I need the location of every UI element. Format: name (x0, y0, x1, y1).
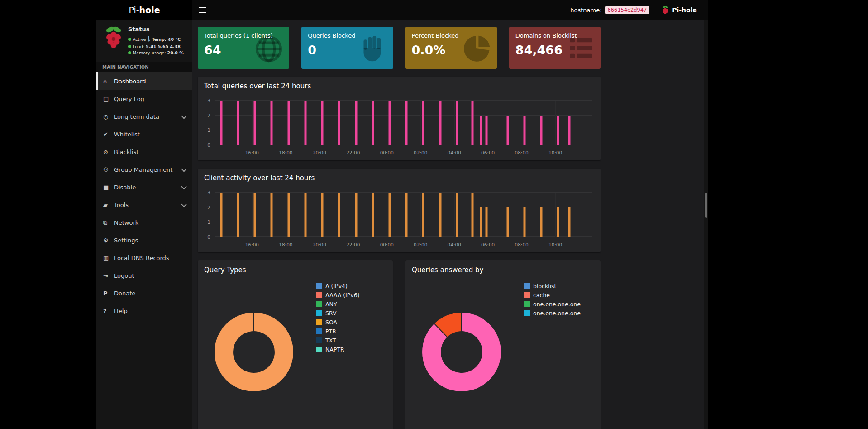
query-bar (388, 101, 391, 145)
gridline (555, 193, 556, 237)
legend-swatch (524, 292, 530, 298)
sidebar-item-whitelist[interactable]: ✔Whitelist (96, 125, 192, 143)
legend-item-a-ipv4[interactable]: A (IPv4) (316, 283, 360, 289)
card-title: Total queries (1 clients) (204, 32, 283, 39)
stat-card-percent-blocked[interactable]: Percent Blocked0.0% (405, 27, 497, 69)
status-title: Status (128, 26, 188, 33)
card-value: 0 (308, 43, 386, 57)
vertical-scrollbar[interactable] (704, 20, 708, 429)
square-icon: ■ (103, 184, 114, 191)
x-tick-label: 04:00 (448, 150, 461, 155)
hostname-badge: 666154e2d947 (605, 6, 650, 14)
gears-icon: ⚙ (103, 237, 114, 244)
query-bar (372, 101, 374, 145)
sidebar-item-query-log[interactable]: ▤Query Log (96, 90, 192, 108)
gridline (387, 193, 387, 237)
sidebar-toggle-button[interactable] (192, 0, 213, 20)
sidebar-item-long-term-data[interactable]: ◷Long term data (96, 108, 192, 125)
gridline (522, 101, 522, 145)
query-bar (388, 193, 391, 237)
sidebar-item-tools[interactable]: ▰Tools (96, 196, 192, 214)
raspberry-icon (661, 5, 669, 15)
sidebar-item-blacklist[interactable]: ⊘Blacklist (96, 143, 192, 161)
sidebar-item-group-management[interactable]: ⚇Group Management (96, 161, 192, 178)
client-activity-chart: 0123 16:0018:0020:0022:0000:0002:0004:00… (203, 190, 595, 248)
legend-item-aaaa-ipv6[interactable]: AAAA (IPv6) (316, 292, 360, 299)
sidebar-item-dashboard[interactable]: ⌂Dashboard (96, 72, 192, 90)
panel-query-types: Query Types A (IPv4)AAAA (IPv6)ANYSRVSOA… (198, 260, 393, 429)
gridline (454, 193, 455, 237)
legend-item-ptr[interactable]: PTR (316, 328, 360, 335)
x-tick-label: 22:00 (346, 150, 360, 155)
query-bar (422, 101, 424, 145)
query-bar (506, 116, 509, 145)
chevron-down-icon (181, 166, 187, 172)
gridline (420, 193, 421, 237)
sidebar: Status Active Temp: 40 °C Load: 5.41 5.6… (96, 20, 192, 429)
x-tick-label: 16:00 (245, 242, 259, 247)
scrollbar-thumb[interactable] (705, 193, 707, 218)
top-navbar: Pi-hole hostname: 666154e2d947 (96, 0, 708, 20)
x-tick-label: 18:00 (279, 242, 292, 247)
sidebar-item-label: Settings (114, 237, 138, 244)
y-tick-label: 2 (207, 205, 210, 210)
sidebar-item-logout[interactable]: ⇥Logout (96, 267, 192, 284)
brand-logo[interactable]: Pi-hole (96, 0, 192, 20)
pihole-admin-app: Pi-hole hostname: 666154e2d947 (96, 0, 708, 429)
gridline (387, 101, 387, 145)
sidebar-item-settings[interactable]: ⚙Settings (96, 231, 192, 249)
query-bar (506, 207, 509, 237)
screenshot-stage: Pi-hole hostname: 666154e2d947 (0, 0, 868, 429)
legend-item-one-one-one-one[interactable]: one.one.one.one (524, 301, 581, 308)
product-name: Pi-hole (672, 6, 697, 14)
query-bar (220, 193, 222, 237)
stat-card-domains-on-blocklist[interactable]: Domains on Blocklist84,466 (509, 27, 601, 69)
query-bar (321, 101, 324, 145)
query-bar (304, 193, 306, 237)
x-tick-label: 22:00 (346, 242, 360, 247)
card-value: 64 (204, 43, 283, 57)
summary-cards: Total queries (1 clients)64Queries Block… (198, 27, 601, 69)
panel-answered-by: Queries answered by blocklistcacheone.on… (405, 260, 601, 429)
total-queries-chart: 0123 16:0018:0020:0022:0000:0002:0004:00… (203, 98, 595, 156)
sidebar-item-disable[interactable]: ■Disable (96, 178, 192, 196)
stat-card-total-queries-1-clients[interactable]: Total queries (1 clients)64 (198, 27, 289, 69)
sidebar-menu: ⌂Dashboard▤Query Log◷Long term data✔Whit… (96, 72, 192, 320)
legend-swatch (316, 347, 322, 352)
legend-item-naptr[interactable]: NAPTR (316, 346, 360, 353)
legend-label: PTR (325, 328, 336, 335)
sidebar-item-help[interactable]: ?Help (96, 302, 192, 320)
status-active-label: Active (133, 37, 146, 42)
panel-total-queries: Total queries over last 24 hours 0123 16… (198, 77, 601, 160)
legend-swatch (524, 310, 530, 316)
query-bar (237, 193, 239, 237)
sidebar-item-donate[interactable]: PDonate (96, 284, 192, 302)
sidebar-item-local-dns-records[interactable]: ▥Local DNS Records (96, 249, 192, 267)
gridline (252, 193, 253, 237)
legend-item-cache[interactable]: cache (524, 292, 581, 299)
x-tick-label: 10:00 (548, 242, 562, 247)
y-tick-label: 1 (207, 127, 210, 133)
query-bar (237, 101, 239, 145)
query-bar (321, 193, 324, 237)
gridline (286, 101, 286, 145)
panel-client-activity: Client activity over last 24 hours 0123 … (198, 169, 601, 252)
sidebar-item-network[interactable]: ⧉Network (96, 214, 192, 231)
chevron-down-icon (181, 202, 187, 207)
legend-item-srv[interactable]: SRV (316, 310, 360, 317)
query-bar (540, 207, 543, 237)
status-memory-value: 20.0 % (167, 50, 184, 55)
stat-card-queries-blocked[interactable]: Queries Blocked0 (301, 27, 393, 69)
legend-item-one-one-one-one[interactable]: one.one.one.one (524, 310, 581, 317)
legend-label: one.one.one.one (533, 310, 581, 317)
legend-item-any[interactable]: ANY (316, 301, 360, 308)
legend-item-blocklist[interactable]: blocklist (524, 283, 581, 289)
sidebar-item-label: Dashboard (114, 78, 146, 85)
x-tick-label: 06:00 (481, 242, 495, 247)
x-tick-label: 20:00 (313, 242, 326, 247)
ban-icon: ⊘ (103, 149, 114, 155)
legend-item-soa[interactable]: SOA (316, 319, 360, 326)
card-value: 84,466 (515, 43, 594, 57)
sidebar-item-label: Network (114, 219, 138, 226)
legend-item-txt[interactable]: TXT (316, 337, 360, 344)
